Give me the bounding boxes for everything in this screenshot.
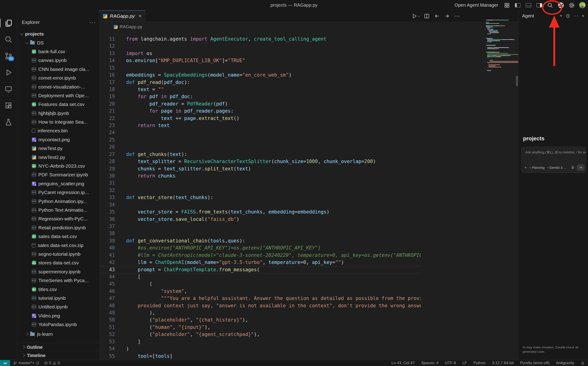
file-item[interactable]: segno-tutorial.ipynb — [17, 250, 99, 259]
account-avatar[interactable] — [579, 2, 586, 8]
tree-root-projects[interactable]: projects — [17, 30, 99, 38]
tree-folder-ds[interactable]: DS — [17, 38, 99, 47]
status-item-ln-43-col-47[interactable]: Ln 43, Col 47 — [391, 361, 415, 365]
file-item[interactable]: PyCaret regression.ip... — [17, 188, 99, 197]
file-item[interactable]: NYC-Airbnb-2023.csv — [17, 162, 99, 170]
file-item[interactable]: sales data-set.csv — [17, 232, 99, 241]
open-agent-manager-button[interactable]: Open Agent Manager — [454, 2, 498, 8]
file-item[interactable]: PDF Summarizer.ipynb — [17, 170, 99, 179]
tab-ragapp[interactable]: RAGapp.py × — [99, 10, 145, 22]
img-file-icon — [32, 137, 36, 142]
file-item[interactable]: Deployment with Ope... — [17, 91, 99, 100]
activity-remote-explorer[interactable] — [0, 83, 17, 95]
close-panel-icon[interactable]: × — [581, 13, 584, 19]
status-item-3-12-7-64-bit[interactable]: 3.12.7 64-bit — [492, 361, 514, 365]
close-tab-icon[interactable]: × — [139, 13, 142, 19]
file-item[interactable]: hjjhbjbjb.ipynb — [17, 109, 99, 118]
vertical-scrollbar[interactable] — [516, 76, 518, 86]
history-icon[interactable] — [566, 14, 570, 18]
file-item[interactable]: Python Animation.ipy... — [17, 197, 99, 206]
grid-layout-icon[interactable] — [503, 2, 510, 9]
status-item-utf-8[interactable]: UTF-8 — [445, 361, 456, 365]
status-item-antigravity[interactable]: Antigravity — [556, 361, 574, 365]
editor-actions: ⋯ — [412, 10, 460, 22]
file-item[interactable]: YoloPandas.ipynb — [17, 320, 99, 329]
file-item[interactable]: comet-visualization-... — [17, 82, 99, 91]
file-item[interactable]: mycontact.png — [17, 135, 99, 144]
file-item[interactable]: supermemory.ipynb — [17, 267, 99, 276]
agent-input-card[interactable]: Ask anything (⌘L), @ to mention, / for w… — [521, 147, 586, 173]
line-number: 41 — [99, 252, 115, 259]
search-icon[interactable] — [547, 2, 554, 9]
activity-testing[interactable] — [0, 116, 17, 128]
antigravity-logo-icon[interactable] — [557, 2, 564, 9]
file-item[interactable]: Regression-with-PyC... — [17, 214, 99, 223]
file-item[interactable]: How to Integrate Sea... — [17, 118, 99, 126]
file-item[interactable]: bank-full.csv — [17, 47, 99, 56]
file-item[interactable]: titles.csv — [17, 285, 99, 294]
file-item[interactable]: Python Text Animatio... — [17, 206, 99, 214]
remote-indicator[interactable]: >< — [0, 360, 10, 366]
panel-more-actions-icon[interactable]: ⋯ — [573, 13, 578, 19]
new-conversation-icon[interactable]: + — [560, 13, 563, 19]
code-editor[interactable]: 1112131415161718192021222324252627282930… — [99, 36, 421, 360]
file-item[interactable]: tutorial.ipynb — [17, 294, 99, 303]
file-item[interactable]: Features data set.csv — [17, 100, 99, 109]
nb-file-icon — [32, 120, 36, 124]
toggle-panel-icon[interactable] — [525, 2, 532, 9]
file-item[interactable]: penguins_scatter.png — [17, 179, 99, 188]
line-number: 36 — [99, 216, 115, 223]
file-item[interactable]: canvas.ipynb — [17, 56, 99, 65]
status-item-pyrefly-error-off-[interactable]: Pyrefly (error-off) — [520, 361, 549, 365]
mode-dropdown[interactable]: Planning — [529, 166, 545, 169]
status-item-python[interactable]: Python — [473, 361, 485, 365]
toggle-primary-sidebar-icon[interactable] — [514, 2, 521, 9]
file-item[interactable]: TimeSeries with Pyca... — [17, 276, 99, 285]
line-number: 49 — [99, 309, 115, 316]
line-number: 31 — [99, 180, 115, 187]
file-item[interactable]: newTest.py — [17, 144, 99, 153]
navigate-forward-icon[interactable] — [444, 13, 450, 19]
microphone-icon[interactable] — [571, 166, 575, 169]
agent-input-placeholder[interactable]: Ask anything (⌘L), @ to mention, / for w… — [522, 147, 586, 154]
notifications-bell-icon[interactable] — [581, 361, 585, 365]
explorer-more-actions-icon[interactable]: ··· — [89, 19, 96, 25]
breadcrumb[interactable]: RAGapp.py — [99, 22, 518, 32]
file-item[interactable]: comet-error.ipynb — [17, 74, 99, 82]
file-name: Python Text Animatio... — [38, 207, 87, 213]
activity-run-debug[interactable] — [0, 67, 17, 78]
status-item-lf[interactable]: LF — [462, 361, 467, 365]
split-editor-icon[interactable] — [424, 13, 429, 19]
file-item[interactable]: stores data-set.csv — [17, 259, 99, 267]
tree-folder-js-learn[interactable]: js-learn — [17, 330, 99, 338]
outline-section-header[interactable]: Outline — [17, 343, 99, 351]
file-item[interactable]: sales data-set.csv.zip — [17, 241, 99, 250]
timeline-section-header[interactable]: Timeline — [17, 351, 99, 359]
file-name: Video.png — [38, 313, 60, 319]
git-branch-item[interactable]: master*+ — [13, 361, 40, 365]
code-line: def get_chunks(text): — [126, 151, 421, 158]
status-item-spaces-4[interactable]: Spaces: 4 — [421, 361, 438, 365]
attach-context-icon[interactable]: + — [524, 165, 527, 170]
code-line: def vector_store(text_chunks): — [126, 194, 421, 201]
file-item[interactable]: inferences.bin — [17, 126, 99, 135]
run-python-file-button[interactable] — [412, 13, 419, 19]
toggle-secondary-sidebar-icon[interactable] — [536, 2, 543, 9]
model-dropdown[interactable]: Gemini 3 … — [547, 166, 567, 169]
settings-gear-icon[interactable] — [568, 2, 575, 9]
activity-source-control[interactable]: 52 — [0, 50, 17, 62]
activity-extensions[interactable] — [0, 100, 17, 111]
activity-explorer[interactable] — [0, 17, 17, 29]
file-item[interactable]: Untilted.ipynb — [17, 303, 99, 311]
file-item[interactable]: newTest2.py — [17, 153, 99, 161]
send-button[interactable] — [577, 164, 585, 171]
navigate-back-icon[interactable] — [434, 13, 440, 19]
minimap[interactable] — [486, 20, 516, 71]
file-item[interactable]: Video.png — [17, 312, 99, 320]
file-item[interactable]: Retail prediction.ipynb — [17, 223, 99, 232]
activity-search[interactable] — [0, 34, 17, 45]
problems-item[interactable]: 0 0 — [44, 361, 60, 365]
file-item[interactable]: CNN based image cla... — [17, 65, 99, 74]
more-actions-icon[interactable]: ⋯ — [454, 13, 460, 19]
nb-file-icon — [32, 226, 36, 230]
